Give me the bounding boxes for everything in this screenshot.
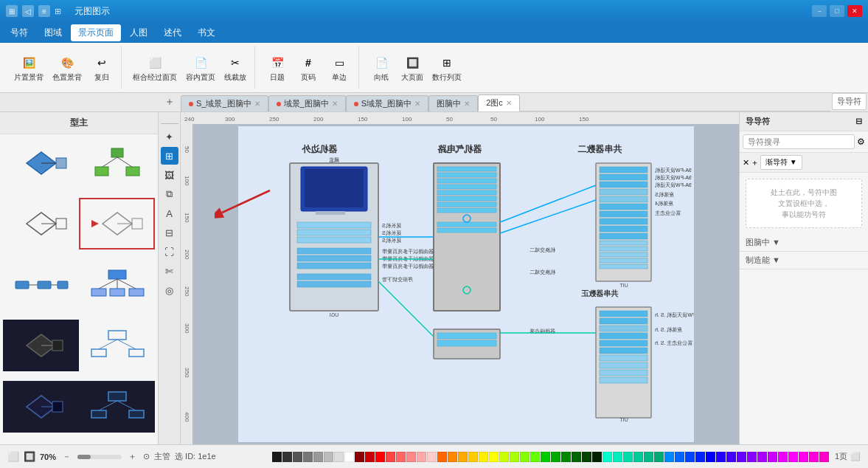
qa-label1[interactable]: ⊞ xyxy=(55,7,61,16)
color-swatch[interactable] xyxy=(541,452,550,462)
minimize-btn[interactable]: － xyxy=(812,5,827,17)
color-swatch[interactable] xyxy=(675,452,684,462)
close-icon[interactable]: ✕ xyxy=(743,158,749,168)
color-swatch[interactable] xyxy=(437,452,447,462)
ribbon-btn-orientation[interactable]: 📄 向纸 xyxy=(367,52,396,84)
color-swatch[interactable] xyxy=(499,452,509,462)
color-swatch[interactable] xyxy=(654,452,664,462)
panel-dropdown[interactable]: 渐导符 ▼ xyxy=(760,155,802,170)
color-swatch[interactable] xyxy=(664,452,674,462)
shape-diamond-outline[interactable] xyxy=(3,198,79,250)
zoom-icon[interactable]: 🔲 xyxy=(24,451,35,462)
color-swatch[interactable] xyxy=(510,452,519,462)
tool-text[interactable]: A xyxy=(161,204,178,222)
close-btn[interactable]: ✕ xyxy=(847,5,862,17)
color-swatch[interactable] xyxy=(788,452,798,462)
color-swatch[interactable] xyxy=(530,452,540,462)
color-swatch[interactable] xyxy=(757,452,767,462)
ribbon-btn-crop[interactable]: ✂ 线裁放 xyxy=(221,52,250,84)
color-swatch[interactable] xyxy=(468,452,478,462)
color-swatch[interactable] xyxy=(417,452,426,462)
fit-page-icon-status[interactable]: ⬜ xyxy=(7,451,19,462)
color-swatch[interactable] xyxy=(799,452,808,462)
color-swatch[interactable] xyxy=(644,452,653,462)
color-swatch[interactable] xyxy=(582,452,591,462)
tool-layers[interactable]: ⧉ xyxy=(161,185,178,203)
color-swatch[interactable] xyxy=(737,452,746,462)
menu-person[interactable]: 人图 xyxy=(122,24,155,41)
tool-pointer[interactable]: ✦ xyxy=(161,128,178,145)
tab-add-btn[interactable]: ＋ xyxy=(159,92,181,111)
ribbon-btn-page-num[interactable]: # 页码 xyxy=(294,52,323,84)
ribbon-btn-date[interactable]: 📅 日题 xyxy=(263,52,292,84)
shape-dark-diamond[interactable] xyxy=(3,320,79,371)
tab-close-0[interactable]: ✕ xyxy=(254,100,260,108)
color-swatch[interactable] xyxy=(386,452,395,462)
ribbon-btn-reset[interactable]: ↩ 复归 xyxy=(87,52,117,84)
shape-diamond-flow[interactable] xyxy=(3,137,79,189)
tab-close-1[interactable]: ✕ xyxy=(332,100,338,108)
tool-grid[interactable]: ⊞ xyxy=(161,147,178,165)
color-swatch[interactable] xyxy=(396,452,406,462)
color-swatch[interactable] xyxy=(272,452,282,462)
tool-image[interactable]: 🖼 xyxy=(161,166,178,184)
color-swatch[interactable] xyxy=(572,452,581,462)
tab-close-3[interactable]: ✕ xyxy=(464,100,470,108)
color-swatch[interactable] xyxy=(695,452,705,462)
app-icon[interactable]: ⊞ xyxy=(6,5,18,17)
tool-fullscreen[interactable]: ⛶ xyxy=(161,243,178,261)
color-swatch[interactable] xyxy=(313,452,323,462)
menu-code[interactable]: 述代 xyxy=(156,24,189,41)
color-swatch[interactable] xyxy=(809,452,819,462)
ribbon-btn-fit-page[interactable]: ⬜ 框合经过面页 xyxy=(129,52,181,84)
tool-crop2[interactable]: ✄ xyxy=(161,262,178,280)
color-swatch[interactable] xyxy=(747,452,757,462)
zoom-circle[interactable]: ⊙ xyxy=(143,452,150,461)
shape-flat-flow[interactable] xyxy=(3,259,79,311)
shape-tree-green[interactable] xyxy=(79,137,155,189)
color-swatch[interactable] xyxy=(623,452,633,462)
ribbon-btn-bg-color[interactable]: 🎨 色置景背 xyxy=(49,52,86,84)
tab-0[interactable]: S_域景_图脑中 ✕ xyxy=(181,95,268,111)
maximize-btn[interactable]: □ xyxy=(830,5,844,17)
zoom-slider[interactable] xyxy=(77,455,122,459)
color-swatch[interactable] xyxy=(303,452,313,462)
tab-4[interactable]: 2图c ✕ xyxy=(478,94,520,111)
shape-light-tree[interactable] xyxy=(79,320,155,371)
search-settings-icon[interactable]: ⚙ xyxy=(857,137,865,147)
shape-dark-tree2[interactable] xyxy=(79,381,155,433)
menu-view[interactable]: 景示页面 xyxy=(71,24,121,41)
color-swatch[interactable] xyxy=(448,452,457,462)
color-swatch[interactable] xyxy=(355,452,364,462)
color-swatch[interactable] xyxy=(726,452,736,462)
color-swatch[interactable] xyxy=(365,452,375,462)
menu-btn[interactable]: ≡ xyxy=(38,5,50,17)
color-swatch[interactable] xyxy=(375,452,385,462)
color-swatch[interactable] xyxy=(427,452,437,462)
color-swatch[interactable] xyxy=(282,452,292,462)
color-swatch[interactable] xyxy=(716,452,726,462)
tab-3[interactable]: 图脑中 ✕ xyxy=(428,95,478,111)
color-swatch[interactable] xyxy=(592,452,602,462)
back-btn[interactable]: ◁ xyxy=(22,5,34,17)
color-swatch[interactable] xyxy=(613,452,622,462)
tool-table[interactable]: ⊟ xyxy=(161,224,178,241)
color-swatch[interactable] xyxy=(768,452,777,462)
panel-section-tools[interactable]: 制造能 ▼ xyxy=(740,252,868,269)
nav-pane-btn[interactable]: 导导符 xyxy=(832,93,867,110)
tab-2[interactable]: S域景_图脑中 ✕ xyxy=(346,95,428,111)
color-swatch[interactable] xyxy=(458,452,468,462)
color-swatch[interactable] xyxy=(551,452,560,462)
panel-section-diagram[interactable]: 图脑中 ▼ xyxy=(740,234,868,252)
right-panel-collapse[interactable]: ⊟ xyxy=(855,117,862,126)
ribbon-btn-page-content[interactable]: 📄 容内置页 xyxy=(182,52,219,84)
shape-tree-blue[interactable] xyxy=(79,259,155,311)
color-swatch[interactable] xyxy=(819,452,829,462)
zoom-minus[interactable]: － xyxy=(60,451,73,462)
color-swatch[interactable] xyxy=(293,452,302,462)
search-input[interactable] xyxy=(743,134,855,149)
zoom-plus[interactable]: ＋ xyxy=(126,451,139,462)
shape-diamond-red[interactable] xyxy=(79,198,155,250)
color-swatch[interactable] xyxy=(778,452,788,462)
tool-settings[interactable]: ◎ xyxy=(161,281,178,299)
